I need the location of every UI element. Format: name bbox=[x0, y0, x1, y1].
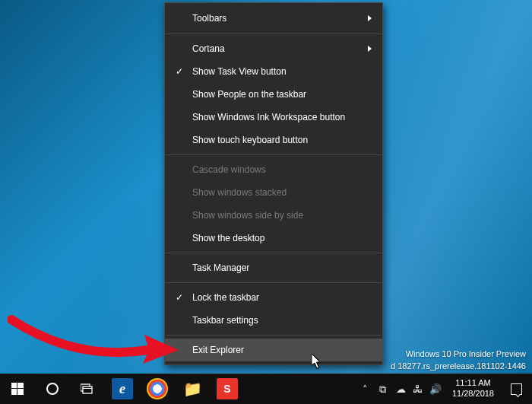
taskbar-right: ˄ ⧉ ☁ 🖧 🔊 11:11 AM 11/28/2018 bbox=[356, 374, 532, 404]
build-line-2: d 18277.rs_prerelease.181102-1446 bbox=[391, 361, 526, 372]
menu-show-people[interactable]: Show People on the taskbar bbox=[165, 83, 382, 106]
taskbar-app-chrome[interactable] bbox=[140, 374, 175, 404]
menu-side-by-side-label: Show windows side by side bbox=[192, 210, 303, 221]
menu-taskbar-settings[interactable]: Taskbar settings bbox=[165, 309, 382, 332]
menu-toolbars-label: Toolbars bbox=[192, 13, 226, 24]
menu-exit-explorer[interactable]: Exit Explorer bbox=[165, 339, 382, 361]
edge-icon bbox=[112, 378, 133, 399]
windows-build-watermark: Windows 10 Pro Insider Preview d 18277.r… bbox=[391, 348, 526, 372]
menu-separator bbox=[166, 253, 382, 253]
notification-icon bbox=[511, 383, 522, 395]
start-button[interactable] bbox=[0, 374, 35, 404]
file-explorer-icon bbox=[182, 378, 203, 399]
menu-taskbar-settings-label: Taskbar settings bbox=[192, 315, 258, 326]
chrome-icon bbox=[147, 378, 168, 399]
menu-cascade-label: Cascade windows bbox=[192, 164, 266, 175]
menu-show-touch-keyboard[interactable]: Show touch keyboard button bbox=[165, 129, 382, 151]
menu-show-desktop-label: Show the desktop bbox=[192, 233, 264, 243]
menu-show-people-label: Show People on the taskbar bbox=[192, 89, 306, 100]
menu-show-desktop[interactable]: Show the desktop bbox=[165, 227, 382, 250]
menu-cascade-windows: Cascade windows bbox=[165, 158, 382, 181]
chevron-right-icon bbox=[368, 15, 372, 21]
menu-stacked: Show windows stacked bbox=[165, 181, 382, 204]
cortana-button[interactable] bbox=[35, 374, 70, 404]
menu-cortana-label: Cortana bbox=[192, 43, 225, 54]
tray-onedrive-icon[interactable]: ☁ bbox=[396, 383, 407, 394]
taskbar-app-snagit[interactable] bbox=[210, 374, 245, 404]
cortana-circle-icon bbox=[46, 383, 59, 395]
svg-rect-3 bbox=[11, 389, 17, 395]
tray-dropbox-icon[interactable]: ⧉ bbox=[379, 383, 390, 394]
task-view-icon bbox=[81, 383, 94, 394]
menu-separator bbox=[166, 335, 382, 336]
menu-show-touch-keyboard-label: Show touch keyboard button bbox=[192, 135, 308, 145]
taskbar-left bbox=[0, 374, 245, 404]
menu-toolbars[interactable]: Toolbars bbox=[165, 6, 382, 30]
taskbar-context-menu: Toolbars Cortana Show Task View button S… bbox=[164, 2, 383, 365]
menu-separator bbox=[166, 154, 382, 155]
menu-side-by-side: Show windows side by side bbox=[165, 204, 382, 227]
svg-rect-1 bbox=[11, 383, 17, 388]
snagit-icon bbox=[217, 378, 238, 399]
svg-rect-2 bbox=[17, 383, 24, 388]
menu-show-task-view-label: Show Task View button bbox=[192, 66, 287, 77]
menu-separator bbox=[166, 33, 382, 34]
menu-show-task-view[interactable]: Show Task View button bbox=[165, 60, 382, 83]
taskbar-app-edge[interactable] bbox=[105, 374, 140, 404]
menu-separator bbox=[166, 282, 382, 283]
menu-task-manager[interactable]: Task Manager bbox=[165, 256, 382, 279]
menu-lock-taskbar[interactable]: Lock the taskbar bbox=[165, 286, 382, 309]
chevron-right-icon bbox=[368, 46, 372, 52]
action-center-button[interactable] bbox=[500, 374, 532, 404]
svg-rect-6 bbox=[83, 387, 92, 393]
build-line-1: Windows 10 Pro Insider Preview bbox=[391, 348, 526, 360]
taskbar-app-explorer[interactable] bbox=[175, 374, 210, 404]
tray-volume-icon[interactable]: 🔊 bbox=[429, 383, 440, 394]
system-tray[interactable]: ˄ ⧉ ☁ 🖧 🔊 bbox=[356, 383, 446, 394]
menu-cortana[interactable]: Cortana bbox=[165, 37, 382, 60]
menu-lock-taskbar-label: Lock the taskbar bbox=[192, 292, 259, 303]
menu-show-ink-label: Show Windows Ink Workspace button bbox=[192, 112, 345, 122]
menu-task-manager-label: Task Manager bbox=[192, 262, 249, 273]
menu-stacked-label: Show windows stacked bbox=[192, 187, 287, 198]
task-view-button[interactable] bbox=[70, 374, 105, 404]
taskbar-clock[interactable]: 11:11 AM 11/28/2018 bbox=[446, 378, 500, 399]
svg-rect-4 bbox=[17, 389, 24, 395]
taskbar: ˄ ⧉ ☁ 🖧 🔊 11:11 AM 11/28/2018 bbox=[0, 374, 532, 404]
clock-date: 11/28/2018 bbox=[452, 389, 494, 399]
menu-show-ink[interactable]: Show Windows Ink Workspace button bbox=[165, 106, 382, 129]
tray-chevron-icon[interactable]: ˄ bbox=[363, 383, 373, 394]
clock-time: 11:11 AM bbox=[452, 378, 494, 389]
menu-exit-explorer-label: Exit Explorer bbox=[192, 345, 244, 355]
windows-logo-icon bbox=[11, 383, 24, 395]
tray-network-icon[interactable]: 🖧 bbox=[413, 383, 423, 394]
